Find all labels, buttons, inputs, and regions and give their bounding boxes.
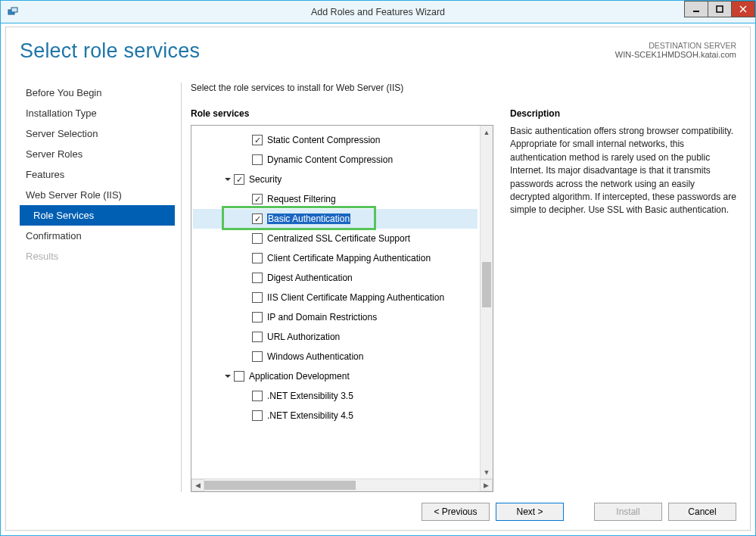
checkbox[interactable] bbox=[252, 194, 263, 204]
checkbox[interactable] bbox=[252, 391, 263, 401]
description-label: Description bbox=[510, 108, 736, 119]
checkbox[interactable] bbox=[252, 213, 263, 224]
nav-item-before-you-begin[interactable]: Before You Begin bbox=[20, 83, 175, 103]
svg-rect-1 bbox=[11, 8, 17, 12]
tree-item-label: Centralized SSL Certificate Support bbox=[267, 233, 410, 244]
minimize-button[interactable] bbox=[684, 1, 708, 17]
next-button[interactable]: Next > bbox=[496, 503, 564, 521]
tree-item-label: Basic Authentication bbox=[267, 213, 350, 224]
role-services-label: Role services bbox=[191, 108, 493, 119]
expander-icon[interactable] bbox=[223, 372, 232, 381]
scroll-right-button[interactable]: ▶ bbox=[480, 479, 493, 491]
role-services-panel: Role services Static Content Compression… bbox=[191, 108, 493, 492]
tree-item[interactable]: .NET Extensibility 4.5 bbox=[193, 406, 478, 425]
checkbox[interactable] bbox=[252, 332, 263, 342]
scroll-up-button[interactable]: ▲ bbox=[481, 126, 493, 139]
expander-icon[interactable] bbox=[223, 175, 232, 184]
tree-item[interactable]: Basic Authentication bbox=[193, 209, 478, 229]
tree-item[interactable]: Security bbox=[193, 170, 478, 189]
app-icon bbox=[7, 6, 19, 18]
header-row: Select role services DESTINATION SERVER … bbox=[20, 38, 736, 63]
nav-item-server-selection[interactable]: Server Selection bbox=[20, 123, 175, 144]
tree-item[interactable]: IP and Domain Restrictions bbox=[193, 307, 478, 327]
wizard-nav: Before You BeginInstallation TypeServer … bbox=[20, 83, 175, 492]
checkbox[interactable] bbox=[252, 233, 263, 244]
tree-item[interactable]: Static Content Compression bbox=[193, 130, 478, 150]
checkbox[interactable] bbox=[234, 371, 244, 382]
scroll-left-button[interactable]: ◀ bbox=[191, 479, 204, 491]
main-panel: Select the role services to install for … bbox=[191, 83, 736, 492]
horizontal-scrollbar[interactable]: ◀ ▶ bbox=[191, 478, 493, 491]
tree-item-label: Digest Authentication bbox=[267, 273, 353, 283]
description-text: Basic authentication offers strong brows… bbox=[510, 125, 736, 217]
nav-item-results: Results bbox=[20, 246, 175, 266]
checkbox[interactable] bbox=[234, 174, 244, 185]
checkbox[interactable] bbox=[252, 135, 263, 145]
instruction-text: Select the role services to install for … bbox=[191, 83, 736, 93]
tree-item-label: Request Filtering bbox=[267, 194, 336, 204]
svg-rect-3 bbox=[717, 6, 723, 12]
description-panel: Description Basic authentication offers … bbox=[510, 108, 736, 492]
tree-item[interactable]: Client Certificate Mapping Authenticatio… bbox=[193, 248, 478, 268]
tree-item-label: Application Development bbox=[249, 371, 350, 382]
horizontal-scroll-thumb[interactable] bbox=[204, 481, 356, 490]
checkbox[interactable] bbox=[252, 351, 263, 362]
tree-item-label: .NET Extensibility 4.5 bbox=[267, 410, 353, 421]
wizard-window: Add Roles and Features Wizard Select rol… bbox=[0, 0, 756, 536]
tree-item-label: URL Authorization bbox=[267, 332, 340, 342]
tree-item[interactable]: Dynamic Content Compression bbox=[193, 150, 478, 170]
checkbox[interactable] bbox=[252, 312, 263, 323]
nav-item-server-roles[interactable]: Server Roles bbox=[20, 144, 175, 164]
close-button[interactable] bbox=[731, 1, 755, 17]
checkbox[interactable] bbox=[252, 154, 263, 165]
tree-item-label: .NET Extensibility 3.5 bbox=[267, 391, 353, 401]
tree-item[interactable]: URL Authorization bbox=[193, 327, 478, 347]
previous-button[interactable]: < Previous bbox=[422, 503, 490, 521]
window-controls bbox=[685, 1, 755, 17]
checkbox[interactable] bbox=[252, 253, 263, 263]
vertical-scrollbar[interactable]: ▲ ▼ bbox=[480, 126, 493, 478]
destination-server: DESTINATION SERVER WIN-SCEK1HMDSOH.katai… bbox=[615, 41, 736, 59]
tree-item[interactable]: Digest Authentication bbox=[193, 268, 478, 288]
tree-item[interactable]: Request Filtering bbox=[193, 189, 478, 209]
checkbox[interactable] bbox=[252, 410, 263, 421]
scroll-down-button[interactable]: ▼ bbox=[481, 466, 493, 478]
tree-item-label: IP and Domain Restrictions bbox=[267, 312, 377, 323]
tree-item[interactable]: .NET Extensibility 3.5 bbox=[193, 386, 478, 406]
checkbox[interactable] bbox=[252, 292, 263, 303]
tree-item[interactable]: Windows Authentication bbox=[193, 347, 478, 366]
checkbox[interactable] bbox=[252, 273, 263, 283]
nav-item-web-server-role-iis-[interactable]: Web Server Role (IIS) bbox=[20, 185, 175, 205]
maximize-button[interactable] bbox=[708, 1, 732, 17]
destination-label: DESTINATION SERVER bbox=[615, 41, 736, 50]
tree-item-label: Client Certificate Mapping Authenticatio… bbox=[267, 253, 431, 263]
window-title: Add Roles and Features Wizard bbox=[1, 7, 755, 17]
vertical-scroll-thumb[interactable] bbox=[482, 262, 491, 307]
tree-item-label: Security bbox=[249, 174, 282, 185]
titlebar: Add Roles and Features Wizard bbox=[1, 1, 755, 23]
vertical-divider bbox=[181, 83, 182, 492]
svg-rect-2 bbox=[693, 11, 699, 12]
tree-item[interactable]: Application Development bbox=[193, 366, 478, 386]
main-row: Before You BeginInstallation TypeServer … bbox=[20, 83, 736, 492]
install-button: Install bbox=[594, 503, 662, 521]
tree-item-label: Dynamic Content Compression bbox=[267, 154, 393, 165]
nav-item-confirmation[interactable]: Confirmation bbox=[20, 226, 175, 246]
page-title: Select role services bbox=[20, 39, 200, 63]
tree-item-label: IIS Client Certificate Mapping Authentic… bbox=[267, 292, 444, 303]
content-area: Select role services DESTINATION SERVER … bbox=[5, 26, 751, 531]
panels: Role services Static Content Compression… bbox=[191, 108, 736, 492]
tree-item[interactable]: IIS Client Certificate Mapping Authentic… bbox=[193, 288, 478, 307]
nav-item-role-services[interactable]: Role Services bbox=[20, 205, 175, 226]
nav-item-installation-type[interactable]: Installation Type bbox=[20, 103, 175, 123]
role-services-tree: Static Content CompressionDynamic Conten… bbox=[191, 125, 493, 492]
destination-value: WIN-SCEK1HMDSOH.katai.com bbox=[615, 50, 736, 59]
tree-item[interactable]: Centralized SSL Certificate Support bbox=[193, 229, 478, 248]
wizard-buttons: < Previous Next > Install Cancel bbox=[20, 503, 736, 521]
tree-item-label: Static Content Compression bbox=[267, 135, 380, 145]
nav-item-features[interactable]: Features bbox=[20, 164, 175, 185]
cancel-button[interactable]: Cancel bbox=[668, 503, 736, 521]
tree-item-label: Windows Authentication bbox=[267, 351, 363, 362]
